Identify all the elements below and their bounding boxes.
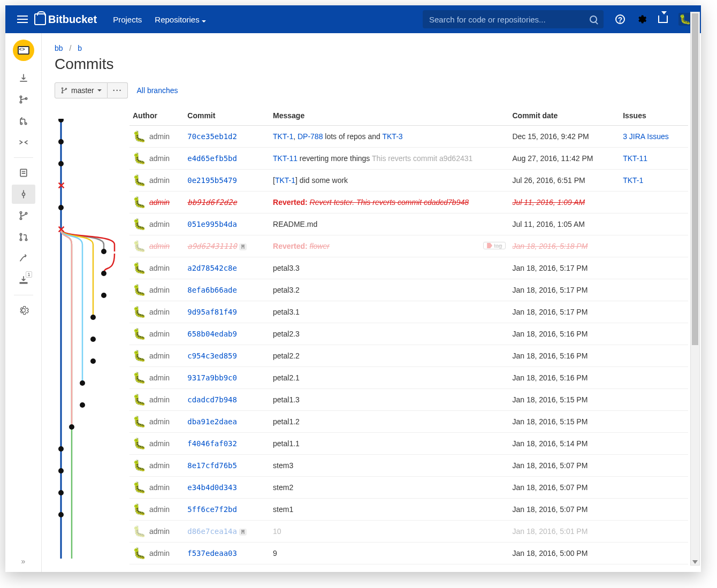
commit-hash[interactable]: 8e17cfd76b5 [187,461,237,470]
commit-issues [620,323,688,345]
sidebar-pull-requests[interactable] [12,227,35,247]
scroll-down-arrow[interactable] [692,560,698,564]
sidebar-create-branch[interactable] [12,90,35,109]
issue-link[interactable]: DP-788 [298,132,323,141]
sidebar-forks[interactable] [12,249,35,268]
commit-row[interactable]: 🐛admin70ce35eb1d2TKT-1, DP-788 lots of r… [129,126,688,148]
commit-hash[interactable]: a9d62431110 [187,242,237,250]
nav-repositories[interactable]: Repositories [155,15,205,24]
commit-row[interactable]: 🐛admincdadcd7b948petal1.3Jan 18, 2016, 5… [129,389,688,411]
breadcrumb-project[interactable]: bb [55,44,63,52]
branch-name: master [71,86,94,95]
commit-row[interactable]: 🐛admin8efa6b66adepetal3.2Jan 18, 2016, 5… [129,279,688,301]
scrollbar-thumb[interactable] [692,13,698,345]
commit-issues [620,213,688,235]
commit-row[interactable]: 🐛admine34b4d0d343stem2Jan 18, 2016, 5:07… [129,477,688,499]
issue-link[interactable]: TKT-1 [275,176,295,185]
commit-row[interactable]: 🐛admin8e17cfd76b5stem3Jan 18, 2016, 5:07… [129,455,688,477]
commit-message: petal2.2 [270,345,509,367]
commit-hash[interactable]: e4d65efb5bd [187,154,237,163]
commit-row[interactable]: 🐛admina9d62431110MReverted: flowertagJan… [129,235,688,257]
project-avatar[interactable] [13,40,34,61]
more-actions-button[interactable]: ··· [108,82,128,98]
commit-hash[interactable]: a2d78542c8e [187,264,237,272]
commit-row[interactable]: 🐛admina2d78542c8epetal3.3Jan 18, 2016, 5… [129,257,688,279]
commit-row[interactable]: 🐛admin9317a9bb9c0petal2.1Jan 18, 2016, 5… [129,367,688,389]
commits-toolbar: master ··· All branches [55,82,688,98]
commit-hash[interactable]: 9317a9bb9c0 [187,373,237,382]
commit-issues [620,477,688,499]
sidebar-settings[interactable] [12,301,35,320]
sidebar-create-pull[interactable] [12,111,35,131]
commit-row[interactable]: 🐛admin051e995b4daREADME.mdJul 11, 2016, … [129,213,688,235]
vertical-scrollbar[interactable] [690,12,700,566]
commit-row[interactable]: 🐛admind86e7cea14aM10Jan 18, 2016, 5:01 P… [129,521,688,543]
sidebar-source[interactable] [12,163,35,182]
commit-row[interactable]: 🐛admin0e2195b5479[TKT-1] did some workJu… [129,170,688,192]
sidebar-branches[interactable] [12,206,35,225]
sidebar-clone[interactable] [12,68,35,88]
sidebar-expand[interactable]: » [5,557,41,566]
branch-selector[interactable]: master [55,82,108,98]
sidebar-compare[interactable] [12,133,35,152]
menu-icon[interactable] [11,19,34,20]
author-avatar: 🐛 [133,503,146,516]
issues-link[interactable]: TKT-1 [623,176,643,185]
svg-point-27 [90,358,96,364]
svg-point-30 [69,424,74,430]
commit-hash[interactable]: dba91e2daea [187,417,237,426]
commit-hash[interactable]: 051e995b4da [187,220,237,228]
commit-date: Jan 18, 2016, 5:17 PM [509,257,620,279]
commit-hash[interactable]: c954c3ed859 [187,352,237,360]
commit-row[interactable]: 🐛adminc954c3ed859petal2.2Jan 18, 2016, 5… [129,345,688,367]
search-box[interactable] [423,10,604,28]
commit-issues [620,257,688,279]
sidebar-downloads[interactable]: 1 [12,270,35,289]
commit-date: Jan 18, 2016, 5:14 PM [509,433,620,455]
commit-row[interactable]: 🐛admin658b04edab9petal2.3Jan 18, 2016, 5… [129,323,688,345]
author-avatar: 🐛 [133,218,146,231]
commit-hash[interactable]: 9d95af81f49 [187,308,237,316]
issue-link[interactable]: TKT-3 [382,132,402,141]
commit-date: Jan 18, 2016, 5:07 PM [509,499,620,521]
inbox-icon[interactable] [657,13,669,25]
commit-message: petal3.3 [270,257,509,279]
commit-hash[interactable]: f537edeaa03 [187,549,237,558]
breadcrumb-repo[interactable]: b [78,44,82,52]
col-commit: Commit [184,107,270,126]
commit-row[interactable]: 🐛adminbb91d6f2d2eReverted: Revert tester… [129,192,688,213]
gear-icon[interactable] [636,13,647,25]
commit-hash[interactable]: bb91d6f2d2e [187,198,237,207]
author-avatar: 🐛 [133,459,146,472]
brand-logo[interactable]: Bitbucket [34,13,97,26]
commit-hash[interactable]: 658b04edab9 [187,330,237,338]
commit-hash[interactable]: e34b4d0d343 [187,483,237,492]
commit-hash[interactable]: d86e7cea14a [187,527,237,536]
commit-row[interactable]: 🐛admin5ff6ce7f2bdstem1Jan 18, 2016, 5:07… [129,499,688,521]
issues-link[interactable]: 3 JIRA Issues [623,132,669,141]
sidebar-commits[interactable] [12,185,35,204]
author-name: admin [149,264,170,272]
commit-hash[interactable]: f4046faf032 [187,439,237,448]
commit-issues [620,521,688,543]
author-avatar: 🐛 [133,415,146,428]
commit-hash[interactable]: cdadcd7b948 [187,395,237,404]
issues-link[interactable]: TKT-11 [623,154,647,163]
help-icon[interactable]: ? [614,13,626,25]
commit-row[interactable]: 🐛admin9d95af81f49petal3.1Jan 18, 2016, 5… [129,301,688,323]
commit-row[interactable]: 🐛adminf4046faf032petal1.1Jan 18, 2016, 5… [129,433,688,455]
issue-link[interactable]: TKT-1 [273,132,293,141]
all-branches-link[interactable]: All branches [136,86,178,95]
commit-hash[interactable]: 5ff6ce7f2bd [187,505,237,514]
commit-hash[interactable]: 8efa6b66ade [187,286,237,294]
commit-hash[interactable]: 0e2195b5479 [187,176,237,185]
commit-issues [620,192,688,213]
commit-hash[interactable]: 70ce35eb1d2 [187,132,237,141]
user-avatar[interactable]: 🐛 [678,13,691,26]
nav-projects[interactable]: Projects [113,15,142,24]
commit-row[interactable]: 🐛adminf537edeaa039Jan 18, 2016, 5:00 PM [129,543,688,564]
commit-row[interactable]: 🐛admindba91e2daeapetal1.2Jan 18, 2016, 5… [129,411,688,433]
issue-link[interactable]: TKT-11 [273,154,298,163]
search-input[interactable] [429,15,590,24]
commit-row[interactable]: 🐛admine4d65efb5bdTKT-11 reverting more t… [129,148,688,170]
